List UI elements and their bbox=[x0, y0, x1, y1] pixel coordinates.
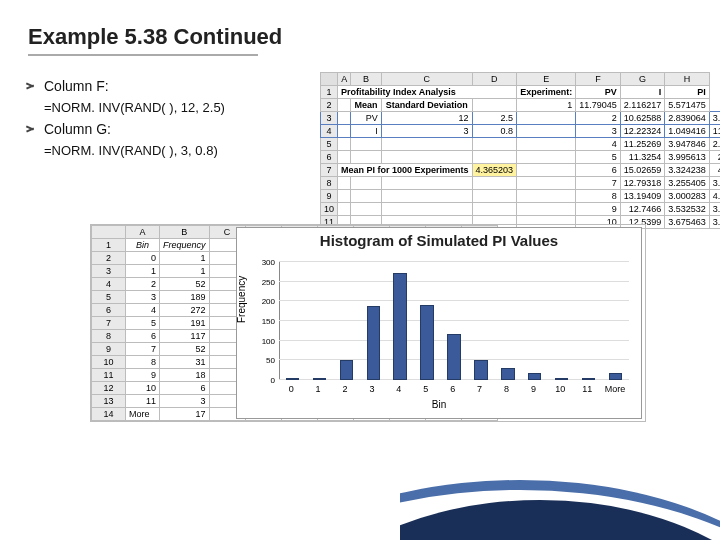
chart-title: Histogram of Simulated PI Values bbox=[237, 228, 641, 249]
chart-bar bbox=[393, 273, 406, 380]
bullet-formula: =NORM. INV(RAND( ), 3, 0.8) bbox=[26, 143, 316, 158]
chart-bar bbox=[555, 378, 568, 380]
slide-title: Example 5.38 Continued bbox=[28, 24, 282, 50]
chart-bar bbox=[582, 378, 595, 380]
bullet-formula: =NORM. INV(RAND( ), 12, 2.5) bbox=[26, 100, 316, 115]
decorative-swoosh bbox=[400, 470, 720, 540]
chart-bar bbox=[474, 360, 487, 380]
spreadsheet-top: ABCDEFGH1Profitability Index AnalysisExp… bbox=[320, 72, 720, 229]
chart-plot-area: 05010015020025030001234567891011More bbox=[279, 262, 629, 380]
bullet-item: Column G: bbox=[26, 121, 316, 137]
histogram-chart: Histogram of Simulated PI Values Frequen… bbox=[236, 227, 642, 419]
chart-bar bbox=[501, 368, 514, 380]
chart-bar bbox=[447, 334, 460, 380]
bottom-panel: ABCDEFGHIJ1BinFrequency20131142525318964… bbox=[90, 224, 646, 422]
chart-bar bbox=[609, 373, 622, 380]
title-underline bbox=[28, 54, 258, 56]
chart-ylabel: Frequency bbox=[236, 276, 247, 323]
chart-bar bbox=[420, 305, 433, 380]
chart-bar bbox=[340, 360, 353, 380]
bullet-list: Column F: =NORM. INV(RAND( ), 12, 2.5) C… bbox=[26, 78, 316, 164]
chart-bar bbox=[528, 373, 541, 380]
chart-bar bbox=[313, 378, 326, 380]
chart-bar bbox=[367, 306, 380, 380]
chart-xlabel: Bin bbox=[237, 399, 641, 410]
chart-bar bbox=[286, 378, 299, 380]
bullet-item: Column F: bbox=[26, 78, 316, 94]
